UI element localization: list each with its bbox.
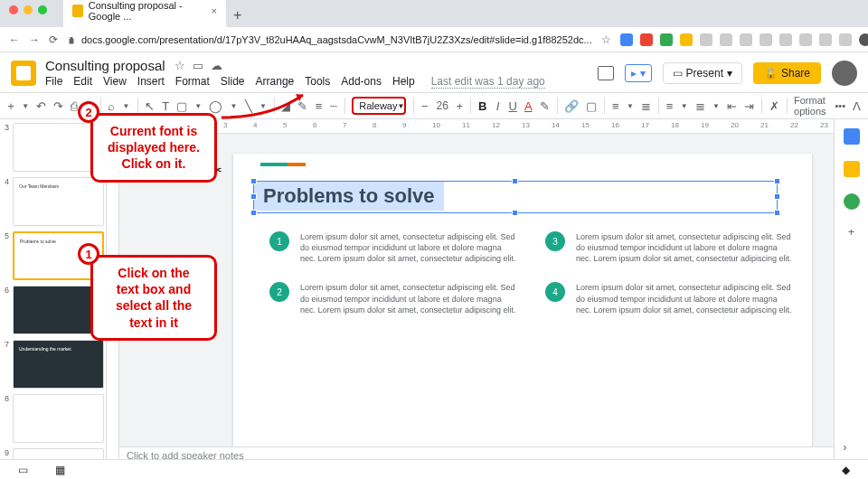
comments-icon[interactable] <box>598 66 614 80</box>
bullet-item[interactable]: 4Lorem ipsum dolor sit amet, consectetur… <box>545 282 794 315</box>
zoom-icon[interactable]: ⌕ <box>108 99 115 113</box>
comment-icon[interactable]: ▢ <box>586 99 597 113</box>
move-icon[interactable]: ▭ <box>193 59 203 72</box>
slide-title[interactable]: Problems to solve <box>254 182 444 211</box>
resize-handle[interactable] <box>512 178 518 184</box>
filmstrip-view-icon[interactable]: ▭ <box>18 464 28 476</box>
italic-icon[interactable]: I <box>494 99 501 113</box>
ext-icon[interactable] <box>680 33 693 46</box>
resize-handle[interactable] <box>774 210 780 216</box>
menu-slide[interactable]: Slide <box>221 75 245 89</box>
reload-icon[interactable]: ⟳ <box>49 33 58 46</box>
calendar-icon[interactable] <box>844 128 860 145</box>
bullet-list-icon[interactable]: ≣ <box>695 99 705 113</box>
share-button[interactable]: 🔒 Share <box>753 62 821 84</box>
textbox-icon[interactable]: T <box>162 99 169 113</box>
ext-icon[interactable] <box>660 33 673 46</box>
bullet-item[interactable]: 1Lorem ipsum dolor sit amet, consectetur… <box>269 231 518 264</box>
size-decrease[interactable]: − <box>421 99 429 113</box>
thumbnail-slide-3[interactable]: 3 <box>2 123 104 172</box>
align-icon[interactable]: ≡ <box>612 99 619 113</box>
profile-avatar[interactable] <box>859 33 868 46</box>
start-slideshow-button[interactable]: ▸ ▾ <box>625 64 651 82</box>
link-icon[interactable]: 🔗 <box>564 99 579 113</box>
bullet-item[interactable]: 3Lorem ipsum dolor sit amet, consectetur… <box>545 231 794 264</box>
doc-title[interactable]: Consulting proposal <box>45 58 165 73</box>
border-dash-icon[interactable]: ┄ <box>330 99 337 113</box>
url-field[interactable]: docs.google.com/presentation/d/17pY3V_t8… <box>67 34 592 45</box>
ext-icon[interactable] <box>839 33 852 46</box>
size-increase[interactable]: + <box>456 99 463 113</box>
resize-handle[interactable] <box>250 193 257 200</box>
slide-canvas[interactable]: ✂ Problems to solve 1Lorem ipsum dolor s… <box>233 154 812 452</box>
account-avatar[interactable] <box>832 61 857 86</box>
menu-file[interactable]: File <box>45 75 62 89</box>
collapse-sidepanel-icon[interactable]: › <box>844 441 860 457</box>
line-spacing-icon[interactable]: ≣ <box>641 99 651 113</box>
ext-icon[interactable] <box>720 33 732 46</box>
more-icon[interactable]: ••• <box>835 100 846 111</box>
indent-decrease-icon[interactable]: ⇤ <box>727 99 737 113</box>
menu-tools[interactable]: Tools <box>305 75 330 89</box>
resize-handle[interactable] <box>774 193 780 200</box>
bold-icon[interactable]: B <box>478 99 486 113</box>
menu-format[interactable]: Format <box>175 75 210 89</box>
hide-menus-icon[interactable]: ᐱ <box>853 99 861 113</box>
resize-handle[interactable] <box>774 178 780 184</box>
explore-icon[interactable]: ◆ <box>842 464 850 476</box>
close-window[interactable] <box>9 5 18 14</box>
new-slide-dropdown[interactable]: ▼ <box>22 102 29 110</box>
content-bullets[interactable]: 1Lorem ipsum dolor sit amet, consectetur… <box>269 231 794 315</box>
ext-icon[interactable] <box>640 33 653 46</box>
zoom-dropdown[interactable]: ▼ <box>122 102 129 110</box>
ext-icon[interactable] <box>700 33 712 46</box>
highlight-icon[interactable]: ✎ <box>540 99 550 113</box>
keep-icon[interactable] <box>844 161 860 177</box>
thumbnail-slide-8[interactable]: 8 <box>2 394 104 443</box>
close-tab-icon[interactable]: × <box>212 5 217 16</box>
ext-icon[interactable] <box>760 33 772 46</box>
last-edit-link[interactable]: Last edit was 1 day ago <box>431 75 545 89</box>
forward-icon[interactable]: → <box>29 33 40 46</box>
menu-view[interactable]: View <box>103 75 127 89</box>
ext-icon[interactable] <box>620 33 633 46</box>
clear-format-icon[interactable]: ✗ <box>769 99 779 113</box>
cloud-status-icon[interactable]: ☁ <box>211 59 222 72</box>
star-icon[interactable]: ☆ <box>601 33 611 46</box>
ext-icon[interactable] <box>819 33 832 46</box>
star-icon[interactable]: ☆ <box>175 59 185 72</box>
ext-icon[interactable] <box>740 33 752 46</box>
resize-handle[interactable] <box>250 178 257 184</box>
menu-edit[interactable]: Edit <box>73 75 92 89</box>
maximize-window[interactable] <box>38 5 47 14</box>
new-tab-button[interactable]: + <box>226 4 249 27</box>
minimize-window[interactable] <box>24 5 33 14</box>
add-icon[interactable]: + <box>844 226 860 242</box>
undo-icon[interactable]: ↶ <box>36 99 46 113</box>
slides-logo[interactable] <box>11 61 36 86</box>
title-textbox[interactable]: Problems to solve <box>253 181 778 213</box>
font-size-input[interactable]: 26 <box>436 99 448 112</box>
bullet-item[interactable]: 2Lorem ipsum dolor sit amet, consectetur… <box>269 282 518 315</box>
menu-insert[interactable]: Insert <box>137 75 165 89</box>
indent-increase-icon[interactable]: ⇥ <box>744 99 754 113</box>
format-options-button[interactable]: Format options <box>794 95 827 117</box>
window-controls[interactable] <box>9 5 47 14</box>
new-slide-icon[interactable]: + <box>7 99 14 113</box>
menu-arrange[interactable]: Arrange <box>256 75 295 89</box>
menu-addons[interactable]: Add-ons <box>341 75 382 89</box>
select-tool-icon[interactable]: ↖ <box>145 99 155 113</box>
resize-handle[interactable] <box>512 210 518 216</box>
numbered-list-icon[interactable]: ≡ <box>665 99 673 113</box>
ext-icon[interactable] <box>799 33 812 46</box>
font-selector[interactable]: Raleway ▼ <box>352 97 406 115</box>
browser-tab[interactable]: Consulting proposal - Google ... × <box>63 0 226 27</box>
present-button[interactable]: ▭ Present ▾ <box>663 62 742 84</box>
menu-help[interactable]: Help <box>392 75 415 89</box>
ext-icon[interactable] <box>779 33 792 46</box>
thumbnail-slide-7[interactable]: 7Understanding the market <box>2 340 104 389</box>
image-icon[interactable]: ▢ <box>176 99 187 113</box>
resize-handle[interactable] <box>250 210 257 216</box>
text-color-icon[interactable]: A <box>524 99 533 113</box>
thumbnail-slide-6[interactable]: 6 <box>2 286 104 334</box>
